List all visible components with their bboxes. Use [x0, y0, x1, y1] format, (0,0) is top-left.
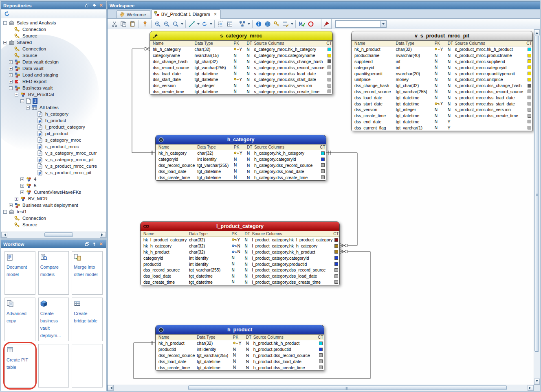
workflow-titlebar[interactable]: Workflow ✕ — [1, 240, 106, 248]
entity-attribute-row[interactable]: dss_versiontgt_integerNNs_category_mroc.… — [150, 83, 332, 89]
globe-button[interactable] — [263, 20, 272, 28]
workspace-hscrollbar[interactable] — [108, 385, 534, 391]
entity-attribute-row[interactable]: hk_h_productchar(32)YNh_product.hk_h_pro… — [156, 340, 324, 346]
entity-attribute-row[interactable]: dss_end_datetgt_datetimeNY — [352, 119, 532, 125]
workflow-card-create-bridge-table[interactable]: Create bridge table — [72, 298, 103, 341]
entity-attribute-row[interactable]: dss_load_datetgt_datetimeNNh_category.ds… — [156, 168, 326, 174]
tree-expander[interactable]: + — [20, 184, 24, 188]
scroll-thumb[interactable] — [44, 232, 73, 237]
scroll-up-arrow[interactable] — [534, 29, 540, 35]
scroll-right-arrow[interactable] — [528, 385, 534, 391]
entity-attribute-row[interactable]: dss_create_timetgt_datetimeNNl_product_c… — [141, 279, 339, 285]
entity-attribute-row[interactable]: dss_load_datetgt_datetimeNNh_product.dss… — [156, 358, 324, 364]
tree-expander[interactable]: + — [9, 73, 13, 77]
entity-attribute-row[interactable]: hk_l_product_categorychar(32)YNl_product… — [141, 237, 339, 243]
dropdown-arrow-icon[interactable] — [196, 20, 200, 28]
entity-attribute-row[interactable]: hk_h_categorychar(32)YNs_category_mroc.h… — [150, 46, 332, 53]
entity-attribute-row[interactable]: dss_change_hashtgt_char(32)NNs_category_… — [150, 59, 332, 65]
tree-item-4[interactable]: +4 — [1, 176, 106, 182]
tab-close-icon[interactable]: × — [214, 12, 217, 16]
tree-expander[interactable]: − — [3, 210, 7, 214]
tree-expander[interactable]: + — [9, 204, 13, 207]
entity-attribute-row[interactable]: dss_create_timetgt_datetimeNNh_category.… — [156, 174, 326, 180]
entity-attribute-row[interactable]: dss_load_datetgt_datetimeNNs_category_mr… — [150, 70, 332, 77]
repositories-titlebar[interactable]: Repositories ✕ — [1, 2, 106, 9]
tree-item-source[interactable]: Source — [1, 221, 106, 228]
model-check-button[interactable] — [297, 20, 306, 28]
entity-title[interactable]: h_category — [156, 135, 326, 145]
scroll-thumb[interactable] — [534, 36, 539, 352]
workflow-card-advanced-copy[interactable]: Advanced copy — [4, 298, 35, 341]
cut-button[interactable] — [110, 20, 119, 28]
pin-button[interactable] — [141, 20, 150, 28]
entity-attribute-row[interactable]: dss_record_sourcetgt_varchar(255)NNh_pro… — [156, 353, 324, 359]
tree-expander[interactable]: + — [20, 191, 24, 194]
dropdown-arrow-icon[interactable] — [247, 20, 251, 28]
pin-icon[interactable] — [91, 3, 97, 8]
scroll-left-arrow[interactable] — [108, 385, 114, 391]
workflow-card-document-model[interactable]: Document model — [4, 251, 35, 295]
tree-item-v-s-category-mroc-pit[interactable]: v_s_category_mroc_pit — [1, 156, 106, 163]
tree-item-data-vault[interactable]: +Data vault — [1, 65, 106, 72]
tree-item-h-category[interactable]: h_category — [1, 111, 106, 117]
pin-icon[interactable] — [91, 241, 97, 247]
refresh-button[interactable] — [3, 10, 11, 18]
tree-item-v-s-product-mroc-curre[interactable]: v_s_product_mroc_curre — [1, 163, 106, 169]
entity-attribute-row[interactable]: dss_create_timetgt_datetimeNNs_category_… — [150, 89, 332, 95]
tree-expander[interactable]: + — [9, 80, 13, 83]
workflow-card-create-business-vault-deploym[interactable]: Create business vault deploym... — [38, 298, 69, 341]
tree-expander[interactable]: − — [3, 41, 7, 44]
workspace-vscrollbar[interactable] — [534, 29, 540, 385]
repositories-hscrollbar[interactable] — [1, 232, 106, 238]
float-icon[interactable] — [84, 241, 90, 247]
tab-bv-prodcat-1-diagram[interactable]: BV_ProdCat 1 Diagram× — [151, 9, 221, 19]
scroll-left-arrow[interactable] — [1, 232, 7, 238]
tree-item-data-vault-design[interactable]: +Data vault design — [1, 59, 106, 65]
tree-item-connection[interactable]: Connection — [1, 26, 106, 33]
tree-item-bv-mcr[interactable]: +BV_MCR — [1, 195, 106, 202]
tree-item-source[interactable]: Source — [1, 52, 106, 59]
tree-item-l-product-category[interactable]: l_product_category — [1, 124, 106, 130]
entity-attribute-row[interactable]: hk_h_productchar(32)YNs_product_mroc.hk_… — [352, 46, 532, 53]
workspace-titlebar[interactable]: Workspace — [108, 2, 540, 9]
entity-s_category_mroc[interactable]: s_category_mrocNameData TypePKDTSource C… — [150, 31, 333, 95]
tree-item-source[interactable]: Source — [1, 33, 106, 39]
tree-item-s-product-mroc[interactable]: s_product_mroc — [1, 143, 106, 150]
workflow-card-create-pit-table[interactable]: Create PIT table — [4, 344, 35, 388]
copy16-button[interactable] — [119, 20, 128, 28]
tree-item-connection[interactable]: Connection — [1, 215, 106, 221]
entity-attribute-row[interactable]: categoryidint identityNNl_product_catego… — [141, 255, 339, 261]
entity-attribute-row[interactable]: dss_record_sourcetgt_varchar(255)NNl_pro… — [141, 267, 339, 273]
entity-attribute-row[interactable]: productidint identityNNh_product.product… — [156, 346, 324, 353]
refresh-button[interactable] — [200, 20, 209, 28]
table-edit-button[interactable] — [281, 20, 290, 28]
tree-item-v-s-product-mroc-pit[interactable]: v_s_product_mroc_pit — [1, 169, 106, 176]
tab-welcome[interactable]: Welcome — [117, 10, 150, 18]
diagram-canvas[interactable]: s_category_mrocNameData TypePKDTSource C… — [108, 29, 534, 385]
hierarchy-button[interactable] — [238, 20, 247, 28]
dropdown-arrow-icon[interactable] — [290, 20, 294, 28]
paste-button[interactable] — [128, 20, 137, 28]
tree-expander[interactable]: − — [26, 106, 30, 109]
entity-attribute-row[interactable]: dss_record_sourcetgt_varchar(255)NNs_cat… — [150, 64, 332, 70]
tree-item-pit-product[interactable]: pit_product — [1, 130, 106, 137]
tree-expander[interactable]: + — [9, 67, 13, 70]
key-gold-button[interactable] — [272, 20, 281, 28]
entity-attribute-row[interactable]: categorynamenvarchar(15)NNs_category_mro… — [150, 53, 332, 59]
entity-attribute-row[interactable]: dss_change_hashtgt_char(32)NNs_product_m… — [352, 83, 532, 89]
diagram-combo-box[interactable] — [335, 20, 387, 28]
tree-expander[interactable]: + — [9, 60, 13, 64]
float-icon[interactable] — [84, 3, 90, 8]
pin-red-button[interactable] — [322, 20, 331, 28]
combo-dropdown-icon[interactable] — [380, 21, 386, 27]
entity-attribute-row[interactable]: productidint identityNNl_product_categor… — [141, 261, 339, 267]
marquee-button[interactable] — [216, 20, 225, 28]
entity-attribute-row[interactable]: hk_h_productchar(32)NNl_product_category… — [141, 249, 339, 255]
select-grid-button[interactable] — [225, 20, 234, 28]
tree-expander[interactable]: + — [15, 197, 18, 201]
combo-input[interactable] — [336, 21, 380, 27]
zoom-button[interactable] — [171, 20, 180, 28]
scroll-right-arrow[interactable] — [100, 232, 106, 238]
entity-attribute-row[interactable]: dss_record_sourcetgt_varchar(255)NNh_cat… — [156, 162, 326, 169]
entity-attribute-row[interactable]: unitpricemoneyNNs_product_mroc.unitprice — [352, 77, 532, 83]
